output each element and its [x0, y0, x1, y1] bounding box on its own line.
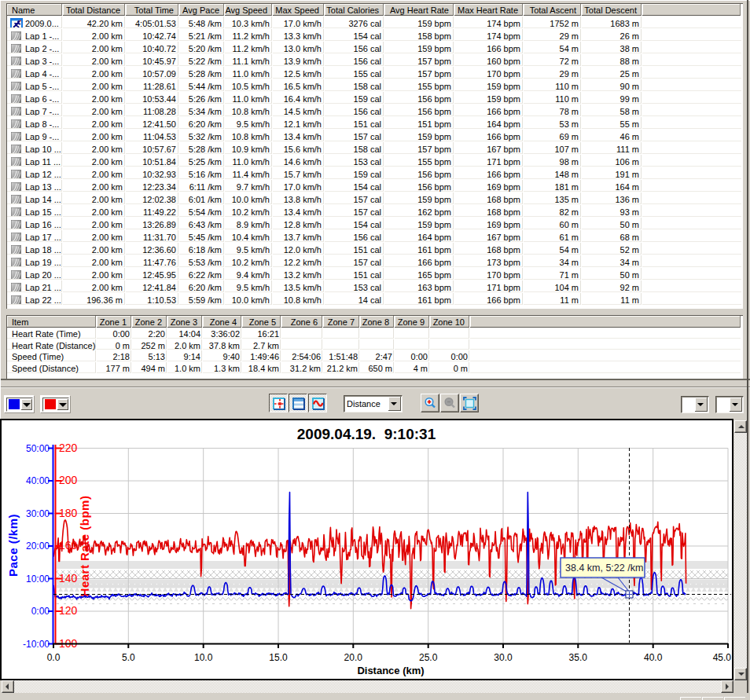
svg-text:0:00: 0:00 — [31, 606, 50, 617]
svg-text:20.0: 20.0 — [344, 652, 363, 663]
svg-text:200: 200 — [59, 474, 78, 486]
svg-text:40:00: 40:00 — [26, 475, 50, 486]
svg-text:38.4 km, 5:22 /km: 38.4 km, 5:22 /km — [565, 563, 643, 574]
svg-text:Pace (/km): Pace (/km) — [6, 514, 20, 577]
svg-text:45.0: 45.0 — [713, 652, 732, 663]
svg-text:-10:00: -10:00 — [23, 639, 50, 650]
svg-text:35.0: 35.0 — [569, 652, 588, 663]
svg-text:40.0: 40.0 — [644, 652, 663, 663]
svg-text:30.0: 30.0 — [494, 652, 513, 663]
svg-text:25.0: 25.0 — [419, 652, 438, 663]
svg-text:Distance (km): Distance (km) — [357, 665, 424, 676]
svg-text:2009.04.19. 9:10:31: 2009.04.19. 9:10:31 — [297, 426, 436, 442]
svg-text:220: 220 — [59, 442, 78, 454]
svg-text:140: 140 — [59, 572, 78, 585]
svg-text:50:00: 50:00 — [26, 443, 50, 454]
svg-text:10.0: 10.0 — [194, 652, 213, 663]
svg-text:10:00: 10:00 — [26, 574, 50, 585]
svg-text:30:00: 30:00 — [26, 508, 50, 519]
svg-text:180: 180 — [59, 507, 78, 519]
svg-text:0.0: 0.0 — [47, 652, 61, 663]
svg-text:15.0: 15.0 — [269, 652, 288, 663]
svg-text:20:00: 20:00 — [26, 541, 50, 552]
svg-text:5.0: 5.0 — [122, 652, 135, 663]
svg-text:120: 120 — [59, 604, 78, 617]
